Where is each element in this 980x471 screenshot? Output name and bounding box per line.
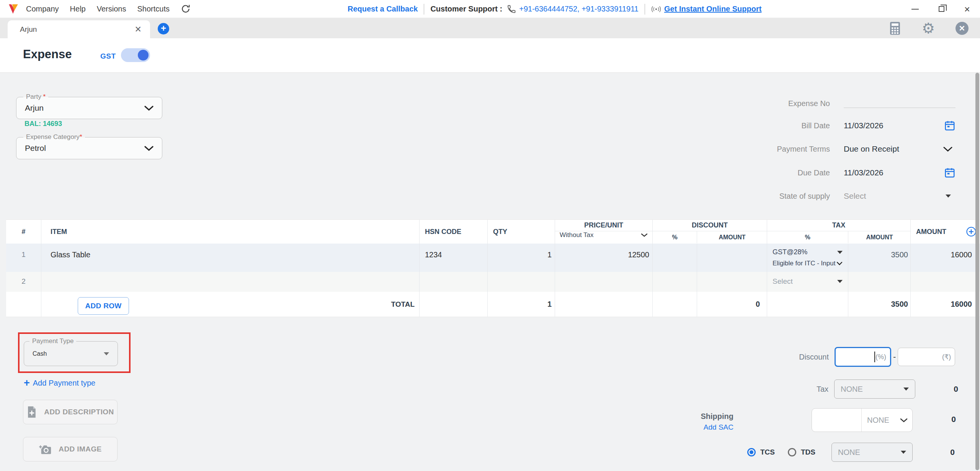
item-name-cell[interactable]: [41, 272, 420, 292]
shipping-label: Shipping: [685, 412, 733, 421]
add-payment-type-link[interactable]: + Add Payment type: [24, 378, 95, 388]
menu-bar: Company Help Versions Shortcuts Request …: [0, 0, 980, 18]
expense-no-input[interactable]: [844, 99, 956, 108]
menu-company[interactable]: Company: [26, 5, 59, 13]
refresh-icon[interactable]: [181, 4, 191, 14]
text-cursor: [874, 352, 875, 362]
table-row[interactable]: 1 Glass Table 1234 1 12500 GST@28% Eligi…: [6, 244, 980, 272]
gst-toggle-knob: [138, 50, 149, 61]
hsn-cell[interactable]: [420, 272, 488, 292]
tcs-dropdown[interactable]: NONE: [831, 443, 913, 462]
col-header-tax: TAX: [767, 220, 910, 231]
gst-toggle[interactable]: [121, 48, 150, 62]
expense-category-select[interactable]: Expense Category* Petrol: [16, 137, 162, 159]
calculator-icon[interactable]: [889, 21, 901, 35]
col-header-discount-pct: %: [653, 231, 697, 243]
tax-dropdown[interactable]: NONE: [834, 379, 915, 399]
dropdown-arrow-icon: [901, 451, 906, 454]
close-form-icon[interactable]: ✕: [956, 22, 969, 35]
close-window-icon[interactable]: ×: [964, 5, 970, 13]
calendar-icon[interactable]: [944, 167, 956, 178]
tax-select-cell[interactable]: Select: [767, 272, 848, 292]
total-qty: 1: [488, 292, 555, 317]
price-cell[interactable]: 12500: [555, 244, 653, 272]
amount-cell: [911, 272, 980, 292]
tcs-radio[interactable]: [747, 448, 756, 456]
discount-amount-input[interactable]: (₹): [898, 348, 955, 366]
highlight-rectangle: [18, 332, 131, 373]
plus-icon: +: [24, 378, 30, 388]
restore-window-icon[interactable]: [939, 6, 944, 12]
settings-gear-icon[interactable]: ⚙: [922, 21, 935, 36]
payment-terms-value[interactable]: Due on Receipt: [844, 144, 899, 154]
tax-rate-dropdown[interactable]: Select: [773, 277, 843, 286]
request-callback-link[interactable]: Request a Callback: [348, 5, 418, 13]
chevron-down-icon[interactable]: [943, 147, 952, 152]
party-balance: BAL: 14693: [24, 120, 62, 128]
footer-price-cell: [555, 292, 653, 317]
chevron-down-icon: [144, 146, 154, 151]
party-select[interactable]: Party * Arjun: [16, 97, 162, 119]
calendar-icon[interactable]: [944, 120, 956, 131]
menu-shortcuts[interactable]: Shortcuts: [137, 5, 169, 13]
tcs-label: TCS: [760, 448, 775, 456]
expense-category-label: Expense Category*: [23, 133, 85, 141]
price-cell[interactable]: [555, 272, 653, 292]
add-tab-button[interactable]: +: [158, 23, 169, 34]
add-sac-link[interactable]: Add SAC: [685, 423, 733, 432]
discount-pct-cell[interactable]: [653, 244, 697, 272]
item-name-cell[interactable]: Glass Table: [41, 244, 420, 272]
due-date-value[interactable]: 11/03/2026: [844, 168, 884, 177]
bill-date-value[interactable]: 11/03/2026: [844, 121, 884, 130]
expense-category-value: Petrol: [25, 144, 46, 153]
itc-dropdown[interactable]: Eligible for ITC - Input: [773, 260, 843, 267]
col-header-qty: QTY: [488, 220, 555, 244]
tax-label: Tax: [804, 385, 828, 394]
discount-amount-cell[interactable]: [697, 272, 767, 292]
dropdown-arrow-icon[interactable]: [946, 195, 951, 198]
price-mode-dropdown[interactable]: Without Tax: [555, 231, 652, 239]
menu-help[interactable]: Help: [70, 5, 86, 13]
online-support-link[interactable]: Get Instant Online Support: [664, 5, 761, 13]
shipping-amount-input[interactable]: [812, 409, 862, 432]
discount-amount-cell[interactable]: [697, 244, 767, 272]
discount-pct-cell[interactable]: [653, 272, 697, 292]
add-image-button[interactable]: ADD IMAGE: [23, 437, 118, 461]
divider: [645, 4, 645, 15]
chevron-down-icon: [900, 418, 908, 422]
minimize-icon[interactable]: [911, 9, 919, 10]
row-number: 1: [6, 244, 41, 272]
page-title: Expense: [23, 47, 72, 61]
payment-terms-label: Payment Terms: [746, 145, 830, 154]
dropdown-arrow-icon: [837, 280, 843, 283]
page-header: Expense GST: [0, 38, 980, 73]
dropdown-arrow-icon: [903, 388, 909, 391]
qty-cell[interactable]: 1: [488, 244, 555, 272]
item-table: # ITEM HSN CODE QTY PRICE/UNIT Without T…: [6, 219, 980, 317]
discount-percent-input[interactable]: (%): [835, 347, 891, 367]
qty-cell[interactable]: [488, 272, 555, 292]
tax-select-cell[interactable]: GST@28% Eligible for ITC - Input: [767, 244, 848, 272]
tds-radio[interactable]: [788, 448, 796, 456]
row-number: 2: [6, 272, 41, 292]
document-add-icon: [26, 406, 37, 418]
shipping-dropdown[interactable]: NONE: [862, 409, 912, 432]
camera-add-icon: [39, 443, 52, 455]
add-column-icon[interactable]: [966, 226, 977, 237]
add-row-button[interactable]: ADD ROW: [78, 297, 129, 315]
gst-label: GST: [100, 52, 116, 61]
add-description-button[interactable]: ADD DESCRIPTION: [23, 400, 118, 424]
menu-versions[interactable]: Versions: [97, 5, 126, 13]
tab-arjun[interactable]: Arjun ✕: [8, 20, 150, 38]
hsn-cell[interactable]: 1234: [420, 244, 488, 272]
table-row[interactable]: 2 Select: [6, 272, 980, 292]
tax-rate-dropdown[interactable]: GST@28%: [773, 248, 843, 256]
state-of-supply-value[interactable]: Select: [844, 191, 866, 201]
total-label: TOTAL: [391, 300, 415, 309]
scrollbar[interactable]: [975, 73, 979, 470]
shipping-input-group: NONE: [812, 408, 913, 432]
col-header-tax-amount: AMOUNT: [848, 231, 911, 243]
footer-discount-pct-cell: [653, 292, 697, 317]
support-phone-numbers[interactable]: +91-6364444752, +91-9333911911: [519, 5, 639, 13]
tab-close-icon[interactable]: ✕: [135, 25, 142, 34]
